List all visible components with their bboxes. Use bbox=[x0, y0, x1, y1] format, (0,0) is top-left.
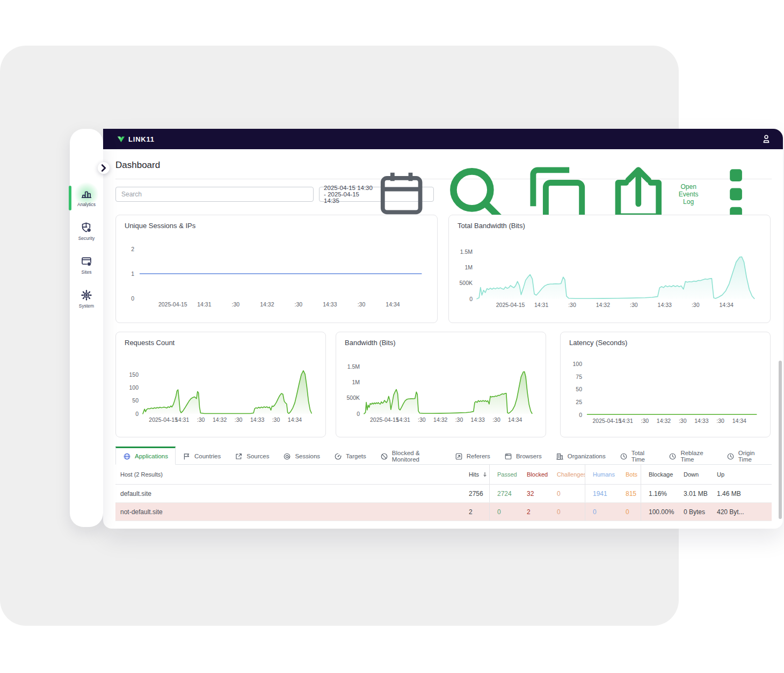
x-tick-label: :30 bbox=[630, 302, 638, 308]
x-tick-label: 14:34 bbox=[288, 416, 302, 423]
sidebar-item-security[interactable]: Security bbox=[70, 222, 103, 255]
tab-countries[interactable]: Countries bbox=[176, 447, 228, 464]
y-tick-label: 50 bbox=[132, 397, 139, 404]
y-tick-label: 0 bbox=[469, 296, 473, 302]
sidebar-item-sites[interactable]: Sites bbox=[70, 255, 103, 289]
x-tick-label: 14:32 bbox=[657, 418, 671, 424]
sidebar-item-system[interactable]: System bbox=[70, 289, 103, 323]
x-tick-label: :30 bbox=[641, 418, 649, 424]
cell-blocked: 32 bbox=[519, 485, 549, 502]
x-tick-label: :30 bbox=[716, 418, 724, 424]
chart-card-total-bandwidth-bits: Total Bandwidth (Bits)1.5M1M500K02025-04… bbox=[448, 215, 771, 323]
chart-card-latency-seconds: Latency (Seconds)10075502502025-04-1514:… bbox=[560, 332, 771, 437]
globe-icon bbox=[123, 452, 131, 460]
y-tick-label: 0 bbox=[131, 295, 134, 302]
cell-bots: 0 bbox=[618, 503, 641, 521]
x-tick-label: :30 bbox=[232, 301, 240, 308]
shield-gear-icon bbox=[81, 222, 92, 233]
chevron-right-icon bbox=[98, 162, 110, 174]
y-tick-label: 1.5M bbox=[347, 363, 360, 370]
column-label: Up bbox=[717, 471, 724, 478]
clock-icon bbox=[669, 452, 677, 460]
area-fill bbox=[477, 257, 754, 299]
clock-icon bbox=[620, 452, 628, 460]
x-tick-label: 14:34 bbox=[386, 301, 400, 308]
x-tick-label: 14:32 bbox=[433, 416, 447, 423]
date-range-picker[interactable]: 2025-04-15 14:30 - 2025-04-15 14:35 bbox=[319, 187, 434, 202]
chart-card-requests-count: Requests Count1501005002025-04-1514:31:3… bbox=[115, 332, 326, 437]
scrollbar-thumb[interactable] bbox=[779, 361, 782, 519]
sidebar-expand-button[interactable] bbox=[98, 162, 110, 174]
x-tick-label: 2025-04-15 bbox=[158, 301, 187, 308]
tab-organizations[interactable]: Organizations bbox=[549, 447, 613, 464]
tab-label: Targets bbox=[346, 453, 366, 459]
gear-icon bbox=[81, 289, 92, 301]
cell-up: 420 Byt... bbox=[709, 503, 772, 521]
y-tick-label: 0 bbox=[135, 411, 139, 417]
column-header-hits[interactable]: Hits bbox=[461, 465, 489, 484]
tab-label: Organizations bbox=[568, 453, 606, 459]
tab-targets[interactable]: Targets bbox=[327, 447, 373, 464]
chart-title: Bandwidth (Bits) bbox=[345, 339, 396, 347]
sidebar-active-indicator bbox=[69, 186, 71, 210]
table-header-row: Host (2 Results)HitsPassedBlockedChallen… bbox=[115, 465, 772, 485]
y-tick-label: 0 bbox=[579, 412, 582, 418]
sidebar: AnalyticsSecuritySitesSystem bbox=[70, 129, 103, 527]
y-tick-label: 1.5M bbox=[460, 248, 473, 255]
tab-label: Blocked & Monitored bbox=[392, 450, 441, 463]
y-tick-label: 100 bbox=[572, 361, 582, 367]
tab-sessions[interactable]: Sessions bbox=[276, 447, 327, 464]
chart-plot: 1501005002025-04-1514:31:3014:32:3014:33… bbox=[120, 352, 321, 432]
account-button[interactable] bbox=[760, 133, 772, 145]
cell-passed: 2724 bbox=[489, 485, 519, 502]
x-tick-label: 14:34 bbox=[719, 302, 733, 308]
column-header-down: Down bbox=[676, 465, 709, 484]
tab-origin-time[interactable]: Origin Time bbox=[720, 447, 772, 464]
cell-value: 2724 bbox=[497, 490, 512, 498]
chart-title: Total Bandwidth (Bits) bbox=[458, 222, 525, 230]
x-tick-label: 2025-04-15 bbox=[593, 418, 622, 424]
cell-value: 2756 bbox=[469, 490, 483, 498]
bar-chart-icon bbox=[81, 188, 92, 200]
column-header-challenges: Challenges bbox=[549, 465, 585, 484]
y-tick-label: 1M bbox=[464, 264, 473, 270]
tab-blocked-monitored[interactable]: Blocked & Monitored bbox=[373, 447, 448, 464]
brand-logo: LINK11 bbox=[117, 135, 155, 143]
tab-browsers[interactable]: Browsers bbox=[497, 447, 549, 464]
column-label: Challenges bbox=[557, 471, 585, 478]
x-tick-label: 14:33 bbox=[658, 302, 672, 308]
cell-up: 1.46 MB bbox=[709, 485, 772, 502]
date-range-value: 2025-04-15 14:30 - 2025-04-15 14:35 bbox=[324, 185, 374, 204]
sidebar-item-label: Analytics bbox=[77, 202, 96, 207]
tab-reblaze-time[interactable]: Reblaze Time bbox=[662, 447, 719, 464]
logo-mark-icon bbox=[117, 136, 125, 143]
y-tick-label: 100 bbox=[129, 384, 139, 391]
tab-applications[interactable]: Applications bbox=[115, 447, 176, 465]
column-header-humans: Humans bbox=[585, 465, 618, 484]
sidebar-item-analytics[interactable]: Analytics bbox=[70, 188, 103, 222]
y-tick-label: 500K bbox=[459, 280, 473, 286]
sidebar-items: AnalyticsSecuritySitesSystem bbox=[70, 129, 103, 323]
tab-sources[interactable]: Sources bbox=[228, 447, 276, 464]
cell-value: 1941 bbox=[593, 490, 607, 498]
column-label: Bots bbox=[626, 471, 637, 478]
search-input[interactable] bbox=[115, 187, 314, 202]
column-label: Blockage bbox=[649, 471, 673, 478]
table-row[interactable]: not-default.site202000100.00%0 Bytes420 … bbox=[115, 503, 772, 521]
column-header-bots: Bots bbox=[618, 465, 641, 484]
table-row[interactable]: default.site2756272432019418151.16%3.01 … bbox=[115, 485, 772, 503]
column-label: Blocked bbox=[527, 471, 548, 478]
x-tick-label: :30 bbox=[568, 302, 576, 308]
cell-blockage: 1.16% bbox=[641, 485, 676, 502]
cell-value: 0 bbox=[626, 508, 629, 516]
cell-down: 0 Bytes bbox=[676, 503, 709, 521]
tab-total-time[interactable]: Total Time bbox=[613, 447, 662, 464]
tab-label: Countries bbox=[194, 453, 221, 459]
host-cell: default.site bbox=[115, 485, 461, 502]
x-tick-label: 14:31 bbox=[396, 416, 410, 423]
column-header-up: Up bbox=[709, 465, 772, 484]
chart-title: Latency (Seconds) bbox=[569, 339, 627, 347]
cell-value: 420 Byt... bbox=[717, 508, 744, 516]
tab-referers[interactable]: Referers bbox=[448, 447, 497, 464]
logo-text: LINK11 bbox=[128, 135, 155, 143]
